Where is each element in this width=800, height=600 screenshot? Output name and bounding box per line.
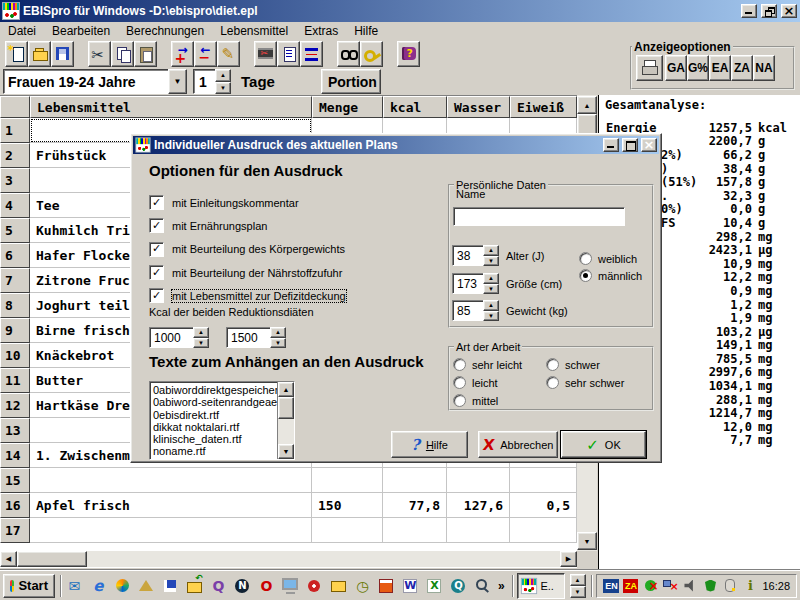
row-number[interactable]: 8 bbox=[0, 293, 30, 318]
menu-item[interactable]: Lebensmittel bbox=[212, 23, 296, 39]
start-button[interactable]: Start bbox=[3, 574, 55, 598]
shield-icon[interactable] bbox=[702, 578, 718, 593]
attachment-files-listbox[interactable]: 0abiworddirektgespeicherl0abiword-seiten… bbox=[149, 381, 295, 460]
network-offline-icon[interactable] bbox=[662, 578, 678, 593]
print-option-checkbox[interactable]: mit Beurteilung der Nährstoffzufuhr bbox=[149, 261, 346, 284]
height-down-button[interactable]: ▼ bbox=[483, 284, 499, 295]
taskbar-scroll-control[interactable]: ▲▼ bbox=[570, 574, 586, 598]
table-row[interactable]: 17 bbox=[0, 518, 577, 543]
work-type-radio[interactable]: mittel bbox=[453, 392, 546, 409]
kcal1-up-button[interactable]: ▲ bbox=[193, 327, 209, 338]
work-type-radio[interactable]: schwer bbox=[546, 356, 624, 373]
checkbox-icon[interactable] bbox=[149, 288, 164, 303]
row-number[interactable]: 2 bbox=[0, 143, 30, 168]
col-wasser[interactable]: Wasser bbox=[447, 96, 510, 118]
mouse-icon[interactable] bbox=[722, 578, 738, 593]
open-file-button[interactable] bbox=[28, 41, 51, 67]
cell-wasser[interactable] bbox=[447, 518, 510, 543]
zonealarm-icon[interactable]: ZA bbox=[623, 579, 638, 593]
minimize-button[interactable] bbox=[741, 4, 757, 18]
my-computer-icon[interactable] bbox=[282, 577, 299, 594]
row-number[interactable]: 16 bbox=[0, 493, 30, 518]
days-up-button[interactable]: ▲ bbox=[215, 69, 231, 82]
folder-transfer-icon[interactable] bbox=[186, 577, 203, 594]
chart-button[interactable] bbox=[300, 41, 323, 67]
clock-app-icon[interactable] bbox=[354, 577, 371, 594]
word-icon[interactable] bbox=[402, 577, 419, 594]
radio-icon[interactable] bbox=[453, 358, 466, 371]
scroll-left-icon[interactable]: ◀ bbox=[0, 551, 17, 567]
save-button[interactable] bbox=[51, 41, 74, 67]
row-number[interactable]: 1 bbox=[0, 118, 30, 143]
row-number[interactable]: 10 bbox=[0, 343, 30, 368]
table-horizontal-scrollbar[interactable]: ◀ ▶ bbox=[0, 551, 577, 567]
print-option-checkbox[interactable]: mit Lebensmittel zur Defizitdeckung bbox=[149, 284, 346, 307]
work-type-radio[interactable]: leicht bbox=[453, 374, 546, 391]
cut-button[interactable] bbox=[88, 41, 111, 67]
kcal2-stepper[interactable]: 1500 ▲▼ bbox=[226, 327, 286, 348]
checkbox-icon[interactable] bbox=[149, 218, 164, 233]
cell-menge[interactable] bbox=[312, 518, 383, 543]
menu-item[interactable]: Berechnungen bbox=[118, 23, 212, 39]
print-button[interactable] bbox=[636, 55, 663, 81]
listbox-scroll-thumb[interactable] bbox=[278, 397, 294, 419]
print-option-checkbox[interactable]: mit Ernährungsplan bbox=[149, 214, 346, 237]
chevron-down-icon[interactable]: ▼ bbox=[168, 69, 187, 94]
gender-radio[interactable]: weiblich bbox=[579, 250, 642, 267]
cell-kcal[interactable] bbox=[383, 518, 447, 543]
cell-kcal[interactable]: 77,8 bbox=[383, 493, 447, 518]
file-list-item[interactable]: noname.rtf bbox=[153, 445, 277, 457]
copy-button[interactable] bbox=[111, 41, 134, 67]
scroll-up-icon[interactable]: ▲ bbox=[570, 574, 586, 586]
group-combobox[interactable]: Frauen 19-24 Jahre ▼ bbox=[3, 69, 187, 94]
network-blocked-icon[interactable] bbox=[642, 578, 658, 593]
cell-eiweiss[interactable]: 0,5 bbox=[510, 493, 577, 518]
scroll-up-icon[interactable]: ▲ bbox=[278, 382, 294, 397]
realplayer-icon[interactable] bbox=[306, 577, 323, 594]
row-number[interactable]: 11 bbox=[0, 368, 30, 393]
quicktime-icon[interactable] bbox=[210, 577, 227, 594]
cell-lebensmittel[interactable] bbox=[30, 518, 312, 543]
row-number[interactable]: 14 bbox=[0, 443, 30, 468]
scroll-down-icon[interactable]: ▼ bbox=[570, 586, 586, 598]
file-list-item[interactable]: 0abiworddirektgespeicherl bbox=[153, 384, 277, 396]
row-number[interactable]: 13 bbox=[0, 418, 30, 443]
print-option-checkbox[interactable]: mit Beurteilung des Körpergewichts bbox=[149, 238, 346, 261]
dialog-close-button[interactable] bbox=[641, 138, 657, 152]
q-app-icon[interactable] bbox=[450, 577, 467, 594]
menu-item[interactable]: Datei bbox=[0, 23, 44, 39]
info-agent-icon[interactable] bbox=[742, 578, 758, 593]
paste-button[interactable] bbox=[134, 41, 157, 67]
name-input[interactable] bbox=[453, 207, 625, 226]
height-stepper[interactable]: 173 ▲▼ bbox=[452, 273, 499, 294]
col-lebensmittel[interactable]: Lebensmittel bbox=[30, 96, 312, 118]
key-button[interactable] bbox=[360, 41, 383, 67]
display-option-button[interactable]: EA bbox=[709, 55, 731, 81]
edit-button[interactable] bbox=[217, 41, 240, 67]
radio-icon[interactable] bbox=[546, 358, 559, 371]
table-row[interactable]: 15 bbox=[0, 468, 577, 493]
app-icon[interactable] bbox=[3, 3, 19, 19]
row-number[interactable]: 9 bbox=[0, 318, 30, 343]
cell-lebensmittel[interactable] bbox=[30, 468, 312, 493]
report-button[interactable] bbox=[277, 41, 300, 67]
radio-icon[interactable] bbox=[453, 394, 466, 407]
new-document-button[interactable] bbox=[5, 41, 28, 67]
scroll-up-icon[interactable]: ▲ bbox=[577, 96, 597, 114]
row-number[interactable]: 12 bbox=[0, 393, 30, 418]
weight-down-button[interactable]: ▼ bbox=[483, 311, 499, 322]
cell-eiweiss[interactable] bbox=[510, 518, 577, 543]
work-type-radio[interactable]: sehr leicht bbox=[453, 356, 546, 373]
weight-stepper[interactable]: 85 ▲▼ bbox=[452, 300, 499, 321]
ok-button[interactable]: ✓ OK bbox=[561, 431, 646, 458]
netscape-icon[interactable] bbox=[234, 577, 251, 594]
kcal1-down-button[interactable]: ▼ bbox=[193, 338, 209, 349]
film-button[interactable] bbox=[254, 41, 277, 67]
restore-button[interactable] bbox=[761, 4, 777, 18]
checkbox-icon[interactable] bbox=[149, 195, 164, 210]
delete-row-button[interactable] bbox=[194, 41, 217, 67]
file-list-item[interactable]: dikkat noktalari.rtf bbox=[153, 421, 277, 433]
display-option-button[interactable]: GA bbox=[665, 55, 687, 81]
magnifier-icon[interactable] bbox=[474, 577, 491, 594]
cancel-button[interactable]: X Abbrechen bbox=[478, 431, 558, 458]
